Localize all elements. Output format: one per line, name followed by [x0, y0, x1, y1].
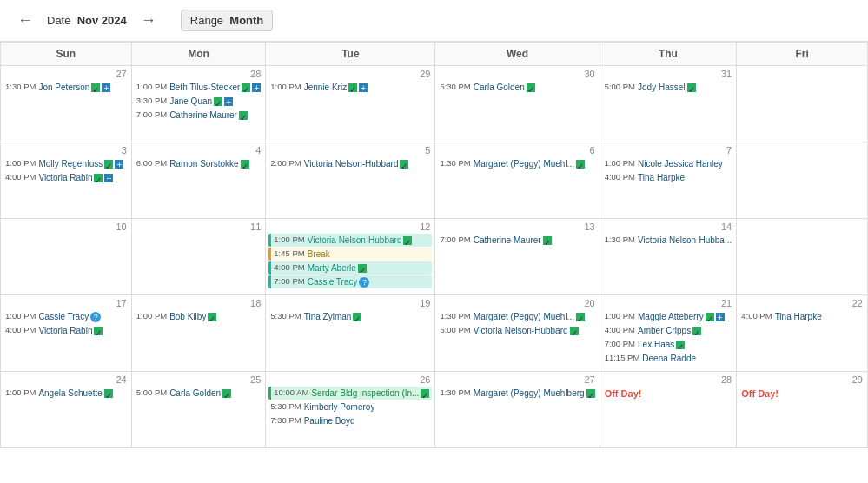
event-plus[interactable]: + — [115, 160, 123, 169]
event-checkbox[interactable]: ✓ — [576, 160, 585, 169]
calendar-event[interactable]: 1:00 PMCassie Tracy? — [3, 310, 129, 323]
calendar-event[interactable]: 1:00 PMAngela Schuette✓ — [3, 387, 129, 400]
event-question[interactable]: ? — [90, 312, 101, 322]
event-plus[interactable]: + — [104, 174, 113, 182]
event-checkbox[interactable]: ✓ — [586, 389, 595, 398]
calendar-event[interactable]: 1:00 PMBeth Tilus-Stecker✓+ — [135, 81, 263, 94]
event-time: 3:30 PM — [136, 96, 167, 106]
calendar-event[interactable]: 4:00 PMMarty Aberle✓ — [268, 261, 432, 275]
calendar-event[interactable]: 2:00 PMVictoria Nelson-Hubbard✓ — [268, 157, 432, 170]
day-cell: 11 — [132, 219, 267, 295]
event-name: Victoria Rabin — [38, 325, 92, 336]
event-checkbox[interactable]: ✓ — [242, 83, 250, 92]
calendar-event[interactable]: 7:00 PMCatherine Maurer✓ — [438, 234, 596, 247]
day-header-sun: Sun — [1, 43, 132, 66]
calendar-event[interactable]: 1:30 PMMargaret (Peggy) Muehl...✓ — [438, 157, 596, 170]
calendar-event[interactable]: 7:00 PMCassie Tracy? — [268, 275, 432, 288]
event-plus[interactable]: + — [252, 83, 261, 92]
day-number: 7 — [603, 144, 734, 157]
event-checkbox[interactable]: ✓ — [676, 341, 685, 349]
event-plus[interactable]: + — [716, 313, 725, 321]
calendar-event[interactable]: 1:30 PMMargaret (Peggy) Muehlberg✓ — [438, 387, 596, 400]
calendar-event[interactable]: 1:45 PMBreak — [268, 248, 432, 261]
event-checkbox[interactable]: ✓ — [687, 83, 696, 92]
event-plus[interactable]: + — [224, 97, 233, 106]
calendar-event[interactable]: 5:00 PMJody Hassel✓ — [603, 81, 734, 94]
calendar-event[interactable]: 1:00 PMVictoria Nelson-Hubbard✓ — [268, 234, 432, 247]
event-checkbox[interactable]: ✓ — [358, 264, 367, 273]
event-time: 10:00 AM — [274, 387, 308, 398]
event-checkbox[interactable]: ✓ — [527, 83, 535, 92]
event-checkbox[interactable]: ✓ — [91, 83, 100, 92]
calendar-event[interactable]: 4:00 PMTina Harpke — [739, 310, 865, 323]
calendar-event[interactable]: 1:30 PMJon Peterson✓+ — [3, 81, 129, 94]
day-header-fri: Fri — [737, 43, 868, 66]
calendar-event[interactable]: 1:30 PMVictoria Nelson-Hubba... — [603, 234, 734, 247]
calendar-event[interactable]: 7:00 PMLex Haas✓ — [603, 338, 734, 351]
event-name: Bob Kilby — [169, 311, 206, 322]
event-checkbox[interactable]: ✓ — [403, 236, 412, 245]
event-time: 4:00 PM — [5, 172, 36, 182]
calendar-event[interactable]: 3:30 PMJane Quan✓+ — [135, 95, 263, 108]
calendar-event[interactable]: 1:00 PMMolly Regenfuss✓+ — [3, 157, 129, 170]
calendar-event[interactable]: 10:00 AMSerdar Bldg Inspection (In...✓ — [268, 387, 432, 400]
next-button[interactable]: → — [134, 8, 163, 33]
calendar-event[interactable]: 4:00 PMVictoria Rabin✓ — [3, 324, 129, 337]
day-cell: 211:00 PMMaggie Atteberry✓+4:00 PMAmber … — [600, 295, 738, 372]
day-number — [739, 144, 865, 147]
day-number: 20 — [438, 297, 596, 310]
event-time: 1:00 PM — [5, 387, 36, 398]
event-checkbox[interactable]: ✓ — [94, 327, 103, 335]
day-cell: 224:00 PMTina Harpke — [737, 295, 868, 372]
calendar-event[interactable]: 1:00 PMJennie Kriz✓+ — [268, 81, 432, 94]
event-plus[interactable]: + — [102, 83, 110, 92]
event-plus[interactable]: + — [359, 83, 368, 92]
calendar-event[interactable]: 7:00 PMCatherine Maurer✓ — [135, 109, 263, 122]
event-checkbox[interactable]: ✓ — [400, 160, 408, 169]
event-checkbox[interactable]: ✓ — [706, 313, 714, 321]
day-number: 17 — [3, 297, 129, 310]
day-cell: 29Off Day! — [737, 372, 868, 448]
day-number: 18 — [135, 297, 263, 310]
event-checkbox[interactable]: ✓ — [576, 313, 585, 321]
prev-button[interactable]: ← — [10, 8, 40, 33]
event-checkbox[interactable]: ✓ — [353, 313, 361, 321]
calendar-event[interactable]: 5:30 PMCarla Golden✓ — [438, 81, 596, 94]
calendar-event[interactable]: 5:30 PMTina Zylman✓ — [268, 310, 432, 323]
calendar-event[interactable]: 7:30 PMPauline Boyd — [268, 414, 432, 427]
event-time: 5:30 PM — [270, 401, 301, 412]
calendar-event[interactable]: 6:00 PMRamon Sorstokke✓ — [135, 157, 263, 170]
event-time: 4:00 PM — [605, 325, 635, 335]
event-checkbox[interactable]: ✓ — [543, 236, 552, 245]
calendar-event[interactable]: 1:30 PMMargaret (Peggy) Muehl...✓ — [438, 310, 596, 323]
event-checkbox[interactable]: ✓ — [222, 389, 231, 398]
day-cell: 2610:00 AMSerdar Bldg Inspection (In...✓… — [266, 372, 435, 448]
event-checkbox[interactable]: ✓ — [94, 174, 103, 182]
event-checkbox[interactable]: ✓ — [104, 389, 113, 398]
event-checkbox[interactable]: ✓ — [208, 313, 216, 321]
event-checkbox[interactable]: ✓ — [239, 111, 248, 120]
day-cell: 121:00 PMVictoria Nelson-Hubbard✓1:45 PM… — [266, 219, 435, 295]
event-checkbox[interactable]: ✓ — [348, 83, 357, 92]
event-question[interactable]: ? — [359, 277, 369, 288]
event-checkbox[interactable]: ✓ — [104, 160, 113, 169]
calendar-event[interactable]: 11:15 PMDeena Radde — [603, 352, 734, 365]
calendar-event[interactable]: 1:00 PMMaggie Atteberry✓+ — [603, 310, 734, 323]
event-checkbox[interactable]: ✓ — [570, 327, 579, 335]
calendar-event[interactable]: 5:00 PMCarla Golden✓ — [135, 387, 263, 400]
event-checkbox[interactable]: ✓ — [214, 97, 222, 106]
event-name: Nicole Jessica Hanley — [638, 158, 723, 169]
event-checkbox[interactable]: ✓ — [241, 160, 249, 169]
calendar-event[interactable]: 5:00 PMVictoria Nelson-Hubbard✓ — [438, 324, 596, 337]
calendar-event[interactable]: 1:00 PMBob Kilby✓ — [135, 310, 263, 323]
event-name: Victoria Nelson-Hubbard — [474, 325, 568, 336]
event-checkbox[interactable]: ✓ — [421, 389, 429, 398]
event-name: Jon Peterson — [38, 82, 89, 93]
event-name: Ramon Sorstokke — [169, 158, 238, 169]
calendar-event[interactable]: 4:00 PMAmber Cripps✓ — [603, 324, 734, 337]
calendar-event[interactable]: 5:30 PMKimberly Pomeroy — [268, 400, 432, 414]
calendar-event[interactable]: 1:00 PMNicole Jessica Hanley — [603, 157, 734, 170]
calendar-event[interactable]: 4:00 PMVictoria Rabin✓+ — [3, 171, 129, 184]
event-checkbox[interactable]: ✓ — [692, 327, 701, 335]
calendar-event[interactable]: 4:00 PMTina Harpke — [603, 171, 734, 184]
